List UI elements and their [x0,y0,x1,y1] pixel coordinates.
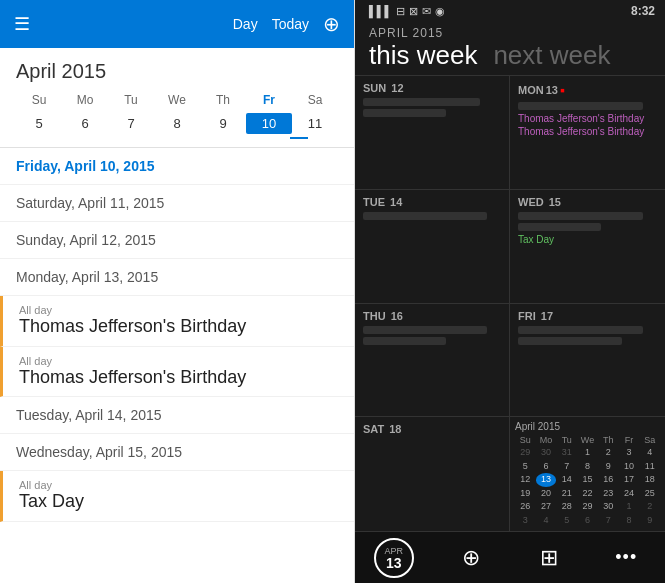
calendar-grid-icon: ⊞ [540,545,558,571]
view-switch-button[interactable]: ⊞ [527,536,571,580]
add-icon: ⊕ [462,545,480,571]
today-month-label: Apr [384,546,403,556]
event-bar-fri17a [518,326,643,334]
cal-day-10[interactable]: 10 [246,113,292,134]
event-bar-mon13 [518,102,643,110]
day-label-mon13: MON 13▪ [518,82,657,98]
agenda-date-saturday[interactable]: Saturday, April 11, 2015 [0,185,354,222]
day-label-wed15: WED 15 [518,196,657,208]
event-bar-fri17b [518,337,622,345]
dow-mo: Mo [62,93,108,107]
left-panel: ☰ Day Today ⊕ April 2015 Su Mo Tu We Th … [0,0,355,583]
jefferson-event-1: Thomas Jefferson's Birthday [518,113,657,124]
location-icon: ◉ [435,5,445,18]
dow-su: Su [16,93,62,107]
mini-calendar-cell: April 2015 Su Mo Tu We Th Fr Sa 29 30 31… [510,417,665,531]
cal-day-8[interactable]: 8 [154,113,200,134]
week-cell-mon13[interactable]: MON 13▪ Thomas Jefferson's Birthday Thom… [510,76,665,190]
mini-cal-week-1: 5 6 7 8 9 10 11 [515,460,660,474]
today-taskbar-button[interactable]: Apr 13 [372,536,416,580]
status-left: ▐▐▐ ⊟ ⊠ ✉ ◉ [365,5,445,18]
hamburger-icon[interactable]: ☰ [14,13,30,35]
add-event-taskbar-button[interactable]: ⊕ [449,536,493,580]
event-title-jefferson-2: Thomas Jefferson's Birthday [19,367,338,389]
today-button[interactable]: Today [272,16,309,32]
week-grid: SUN 12 MON 13▪ Thomas Jefferson's Birthd… [355,75,665,531]
event-allday-label-2: All day [19,355,338,367]
cal-day-6[interactable]: 6 [62,113,108,134]
right-taskbar: Apr 13 ⊕ ⊞ ••• [355,531,665,583]
event-allday-label-1: All day [19,304,338,316]
week-cell-tue14[interactable]: TUE 14 [355,190,510,304]
dow-tu: Tu [108,93,154,107]
event-bar-wed15b [518,223,601,231]
day-label-tue14: TUE 14 [363,196,501,208]
header-actions: Day Today ⊕ [233,12,340,36]
today-circle: Apr 13 [374,538,414,578]
mini-cal-week-5: 3 4 5 6 7 8 9 [515,514,660,528]
event-bar [363,98,480,106]
mini-cal-week-3: 19 20 21 22 23 24 25 [515,487,660,501]
week-cell-fri17[interactable]: FRI 17 [510,304,665,418]
calendar-grid: Su Mo Tu We Th Fr Sa 5 6 7 8 9 10 11 [0,89,354,139]
mini-cal-week-4: 26 27 28 29 30 1 2 [515,500,660,514]
add-event-button[interactable]: ⊕ [323,12,340,36]
status-time: 8:32 [631,4,655,18]
more-options-button[interactable]: ••• [604,536,648,580]
dow-sa: Sa [292,93,338,107]
cal-day-5[interactable]: 5 [16,113,62,134]
week-cell-sat18[interactable]: SAT 18 [355,417,510,531]
agenda-date-monday[interactable]: Monday, April 13, 2015 [0,259,354,296]
mini-cal-dow: Su Mo Tu We Th Fr Sa [515,435,660,445]
mini-cal-header: April 2015 [515,421,660,432]
mini-dow-we: We [577,435,598,445]
battery-charging-icon: ⊠ [409,5,418,18]
month-title: April 2015 [0,48,354,89]
event-bar-tue14 [363,212,487,220]
wifi-icon: ⊟ [396,5,405,18]
day-label-sat18: SAT 18 [363,423,501,435]
event-allday-label-3: All day [19,479,338,491]
event-bar [363,109,446,117]
cal-day-11[interactable]: 11 [292,113,338,134]
tab-this-week[interactable]: this week [369,40,477,71]
tab-next-week[interactable]: next week [493,40,610,71]
mini-dow-sa: Sa [639,435,660,445]
calendar-dow-row: Su Mo Tu We Th Fr Sa [16,89,338,111]
cal-day-7[interactable]: 7 [108,113,154,134]
cal-day-9[interactable]: 9 [200,113,246,134]
status-bar: ▐▐▐ ⊟ ⊠ ✉ ◉ 8:32 [355,0,665,22]
jefferson-event-2: Thomas Jefferson's Birthday [518,126,657,137]
agenda-date-wednesday[interactable]: Wednesday, April 15, 2015 [0,434,354,471]
agenda-date-friday[interactable]: Friday, April 10, 2015 [0,148,354,185]
day-view-button[interactable]: Day [233,16,258,32]
today-day-label: 13 [386,556,402,570]
event-title-taxday: Tax Day [19,491,338,513]
agenda-event-jefferson-2[interactable]: All day Thomas Jefferson's Birthday [0,347,354,398]
calendar-week-row: 5 6 7 8 9 10 11 [16,111,338,136]
agenda-list: Friday, April 10, 2015 Saturday, April 1… [0,148,354,583]
signal-icon: ▐▐▐ [365,5,388,17]
dow-th: Th [200,93,246,107]
mini-dow-su: Su [515,435,536,445]
mini-cal-week-2: 12 13 14 15 16 17 18 [515,473,660,487]
week-cell-thu16[interactable]: THU 16 [355,304,510,418]
right-panel: ▐▐▐ ⊟ ⊠ ✉ ◉ 8:32 APRIL 2015 this week ne… [355,0,665,583]
mini-dow-fr: Fr [619,435,640,445]
week-tabs: this week next week [355,40,665,75]
agenda-event-jefferson-1[interactable]: All day Thomas Jefferson's Birthday [0,296,354,347]
dow-we: We [154,93,200,107]
week-cell-sun12[interactable]: SUN 12 [355,76,510,190]
mini-dow-th: Th [598,435,619,445]
event-bar-wed15a [518,212,643,220]
left-header: ☰ Day Today ⊕ [0,0,354,48]
day-label-sun12: SUN 12 [363,82,501,94]
agenda-date-sunday[interactable]: Sunday, April 12, 2015 [0,222,354,259]
agenda-event-taxday[interactable]: All day Tax Day [0,471,354,522]
event-title-jefferson-1: Thomas Jefferson's Birthday [19,316,338,338]
day-label-fri17: FRI 17 [518,310,657,322]
right-month-label: APRIL 2015 [355,22,665,40]
week-cell-wed15[interactable]: WED 15 Tax Day [510,190,665,304]
agenda-date-tuesday[interactable]: Tuesday, April 14, 2015 [0,397,354,434]
event-bar-thu16b [363,337,446,345]
